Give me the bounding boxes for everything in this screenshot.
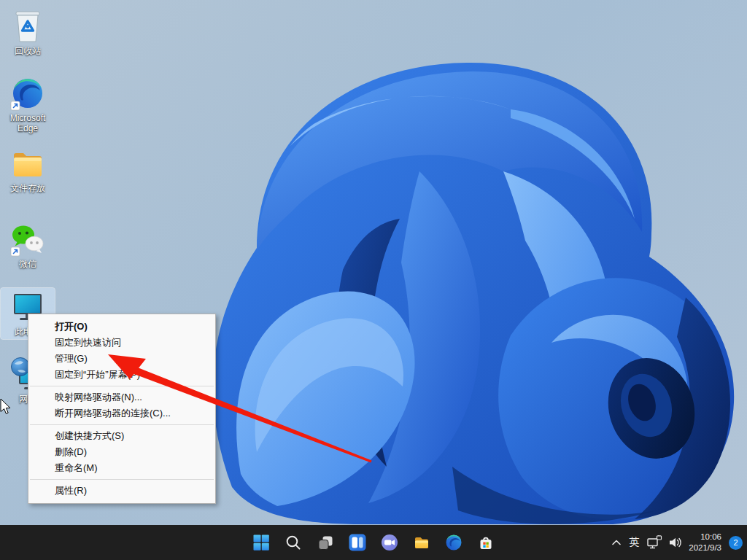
desktop-icon-edge[interactable]: Microsoft Edge xyxy=(1,73,55,136)
menu-item-delete[interactable]: 删除(D) xyxy=(28,444,215,460)
menu-item-map-network-drive[interactable]: 映射网络驱动器(N)... xyxy=(28,389,215,405)
taskbar: 英 10:06 2021/9/3 2 xyxy=(0,525,747,560)
search-icon xyxy=(285,534,302,551)
task-view-icon xyxy=(317,534,334,551)
icon-label: 回收站 xyxy=(15,46,41,56)
menu-item-pin-quick-access[interactable]: 固定到快速访问 xyxy=(28,335,215,351)
widgets-icon xyxy=(349,534,366,551)
windows-start-icon xyxy=(252,534,270,551)
desktop-icon-recycle-bin[interactable]: 回收站 xyxy=(1,4,55,58)
network-status-icon[interactable] xyxy=(646,535,662,550)
recycle-bin-icon xyxy=(10,7,45,44)
icon-label: 微信 xyxy=(19,259,36,269)
menu-item-open[interactable]: 打开(O) xyxy=(28,319,215,335)
menu-separator xyxy=(30,386,214,386)
chat-button[interactable] xyxy=(375,528,404,557)
shortcut-arrow-icon xyxy=(11,101,20,110)
system-tray: 英 10:06 2021/9/3 2 xyxy=(611,525,743,560)
chat-icon xyxy=(381,534,398,551)
shortcut-arrow-icon xyxy=(11,247,20,256)
ime-indicator[interactable]: 英 xyxy=(627,536,640,549)
start-button[interactable] xyxy=(247,528,276,557)
clock-date: 2021/9/3 xyxy=(689,542,721,553)
volume-icon[interactable] xyxy=(668,536,683,549)
file-explorer-icon xyxy=(413,534,430,551)
icon-label: 文件存放 xyxy=(10,183,45,193)
desktop: 回收站 Microsoft Edge xyxy=(0,0,747,560)
taskbar-clock[interactable]: 10:06 2021/9/3 xyxy=(689,532,721,553)
file-explorer-button[interactable] xyxy=(407,528,436,557)
menu-separator xyxy=(30,424,214,425)
menu-item-disconnect-network-drive[interactable]: 断开网络驱动器的连接(C)... xyxy=(28,405,215,421)
desktop-icon-wechat[interactable]: 微信 xyxy=(1,219,55,271)
context-menu: 打开(O) 固定到快速访问 管理(G) 固定到“开始”屏幕(P) 映射网络驱动器… xyxy=(28,314,216,504)
search-button[interactable] xyxy=(279,528,308,557)
edge-icon xyxy=(10,76,45,111)
wechat-icon xyxy=(10,222,45,257)
store-button[interactable] xyxy=(471,528,500,557)
menu-item-create-shortcut[interactable]: 创建快捷方式(S) xyxy=(28,428,215,444)
desktop-icon-file-folder[interactable]: 文件存放 xyxy=(1,146,55,195)
notification-badge[interactable]: 2 xyxy=(729,536,743,550)
edge-button[interactable] xyxy=(439,528,468,557)
store-icon xyxy=(477,534,495,551)
clock-time: 10:06 xyxy=(689,532,721,542)
mouse-cursor xyxy=(0,398,12,416)
task-view-button[interactable] xyxy=(311,528,340,557)
menu-separator xyxy=(30,479,214,480)
icon-label: Microsoft Edge xyxy=(2,113,53,133)
folder-icon xyxy=(10,149,45,181)
tray-chevron-up-icon[interactable] xyxy=(611,538,622,547)
menu-item-pin-to-start[interactable]: 固定到“开始”屏幕(P) xyxy=(28,367,215,383)
edge-icon xyxy=(445,534,462,551)
menu-item-properties[interactable]: 属性(R) xyxy=(28,483,215,499)
widgets-button[interactable] xyxy=(343,528,372,557)
menu-item-rename[interactable]: 重命名(M) xyxy=(28,460,215,476)
menu-item-manage[interactable]: 管理(G) xyxy=(28,351,215,367)
